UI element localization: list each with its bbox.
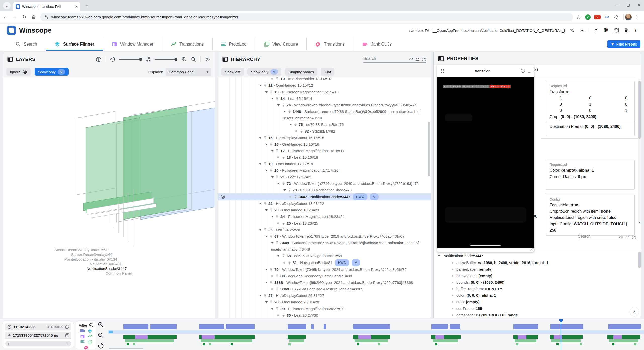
hierarchy-node-3368[interactable]: 3368 - WindowToken{f6b2f60 type=2024 and… — [218, 279, 431, 286]
trace-tick[interactable] — [127, 343, 129, 345]
expand-arrow-icon[interactable] — [271, 308, 274, 310]
extension-badge-green-icon[interactable]: ✓ — [584, 13, 592, 21]
hierarchy-node-19[interactable]: 19 - OneHanded:17:17#19 — [218, 161, 431, 167]
hierarchy-node-25[interactable]: 25 - Leaf:18:23#25 — [218, 220, 431, 227]
timeline-zoom-strip[interactable] — [108, 330, 644, 334]
hierarchy-node-3369[interactable]: 3369 - 67726bf EdgeBackGestureHandler0#3… — [218, 286, 431, 292]
address-bar[interactable]: winscope.teams.x20web.corp.google.com/pr… — [40, 13, 573, 21]
show-diff-toggle[interactable]: Show diff — [221, 68, 244, 76]
expand-arrow-icon[interactable] — [265, 144, 268, 145]
extensions-puzzle-icon[interactable] — [612, 13, 621, 21]
trace-entry-bar[interactable] — [550, 324, 583, 329]
3d-cube-icon[interactable] — [96, 56, 102, 62]
hierarchy-node-28[interactable]: 28 - OneHanded:26:31#28 — [218, 299, 431, 305]
expand-arrow-icon[interactable] — [265, 301, 268, 303]
trace-entry-bar[interactable] — [324, 324, 326, 329]
show-only-v-toggle[interactable]: Show only V — [35, 68, 69, 76]
trace-entry-bar[interactable] — [123, 335, 177, 339]
trace-entry-bar[interactable] — [135, 335, 148, 339]
hierarchy-node-21[interactable]: 21 - Leaf:17:17#21 — [218, 174, 431, 180]
zoom-out-icon[interactable] — [191, 57, 196, 62]
browser-menu-icon[interactable]: ⋮ — [633, 13, 641, 21]
trace-entry-bar[interactable] — [288, 324, 306, 329]
scroll-top-button[interactable]: ∧ — [630, 307, 639, 316]
hierarchy-node-20[interactable]: 20 - FullscreenMagnification:17:17#20 — [218, 167, 431, 174]
expand-arrow-icon[interactable] — [277, 255, 280, 257]
layers-3d-canvas[interactable]: ScreenDecorOverlayBottom#61 ScreenDecorO… — [3, 77, 215, 318]
transition-overlay-card[interactable]: transition ⓘ _ P: 0 / 1dX: 0.0dY: 0.0Xv:… — [437, 65, 534, 252]
trace-entry-bar[interactable] — [518, 335, 526, 339]
trace-entry-bar[interactable] — [551, 339, 581, 342]
layer-label[interactable]: NavigationBar0#81 — [3, 262, 122, 266]
expand-arrow-icon[interactable] — [277, 104, 280, 106]
tab-window-manager[interactable]: Window Manager — [103, 38, 162, 51]
transition-card-header[interactable]: transition ⓘ _ — [437, 65, 534, 77]
expand-arrow-icon[interactable] — [265, 282, 268, 283]
hierarchy-node-3448[interactable]: 3448 - Surface(name=ed70f88 StatusBar)/@… — [218, 108, 431, 121]
displays-select[interactable]: Common Panel ▾ — [166, 68, 211, 76]
shortcuts-icon[interactable]: ⌘ — [603, 27, 609, 34]
expand-arrow-icon[interactable] — [259, 203, 262, 204]
window-maximize-button[interactable]: ▢ — [627, 3, 630, 7]
trace-entry-bar[interactable] — [515, 339, 536, 342]
tab-jank-cujs[interactable]: Jank CUJs — [353, 38, 400, 51]
expand-arrow-icon[interactable] — [271, 216, 274, 217]
expand-arrow-icon[interactable] — [259, 137, 262, 139]
spacing-slider[interactable] — [155, 58, 177, 61]
expand-arrow-icon[interactable] — [289, 124, 292, 125]
minimize-icon[interactable]: _ — [528, 69, 530, 73]
properties-tree-root[interactable]: NotificationShade#3447 — [434, 252, 641, 259]
trace-entry-bar[interactable] — [358, 335, 371, 339]
property-node[interactable]: barrierLayer: [empty] — [434, 266, 641, 273]
tracks-h-scrollbar[interactable] — [109, 348, 143, 349]
expand-arrow-icon[interactable] — [265, 269, 268, 270]
hierarchy-node-27[interactable]: 27 - HideDisplayCutout:26:31#27 — [218, 292, 431, 299]
trace-tick[interactable] — [203, 343, 205, 345]
trace-entry-bar[interactable] — [150, 324, 177, 329]
expand-arrow-icon[interactable] — [259, 163, 262, 165]
hierarchy-node-26[interactable]: 26 - Leaf:24:25#26 — [218, 227, 431, 233]
tab-protolog[interactable]: ProtoLog — [212, 38, 255, 51]
visibility-eye-icon[interactable] — [220, 194, 225, 199]
trace-entry-bar[interactable] — [311, 324, 314, 329]
trace-entry-bar[interactable] — [289, 339, 304, 342]
property-node[interactable]: color: (0, 0, 0), alpha: 1 — [434, 292, 641, 299]
timeline-cursor[interactable] — [561, 320, 561, 350]
new-tab-button[interactable]: + — [83, 2, 91, 10]
scroll-down-icon[interactable]: ▼ — [638, 221, 641, 224]
regex-icon[interactable]: (.*) — [632, 235, 636, 239]
whole-word-icon[interactable]: ab — [626, 235, 629, 239]
trace-entry-bar[interactable] — [433, 339, 458, 342]
trace-tick[interactable] — [288, 343, 291, 345]
trace-entry-bar[interactable] — [288, 335, 306, 339]
hierarchy-node-22[interactable]: 22 - HideDisplayCutout:18:23#22 — [218, 200, 431, 207]
property-node[interactable]: dataspace: BT709 sRGB Full range — [434, 312, 641, 318]
bookmark-star-icon[interactable]: ☆ — [574, 13, 583, 21]
hierarchy-node-72[interactable]: 72 - WindowToken{a2746de type=2040 andro… — [218, 180, 431, 187]
trace-entry-bar[interactable] — [199, 324, 224, 329]
tab-transitions[interactable]: Transitions — [306, 38, 353, 51]
expand-arrow-icon[interactable] — [271, 242, 274, 244]
trace-entry-bar[interactable] — [435, 335, 444, 339]
layer-label[interactable]: ScreenDecorOverlayBottom#61 — [3, 248, 108, 252]
scissors-extension-icon[interactable]: ✂ — [603, 13, 611, 21]
properties-scrollbar-thumb[interactable] — [638, 81, 641, 139]
hierarchy-search[interactable]: Search Aa ab (.*) — [363, 56, 426, 63]
simplify-names-toggle[interactable]: Simplify names — [285, 68, 318, 76]
match-case-icon[interactable]: Aa — [619, 235, 623, 239]
expand-arrow-icon[interactable] — [438, 255, 440, 257]
hierarchy-scrollbar[interactable] — [428, 122, 430, 176]
property-node[interactable]: bounds: (0, 0) - (1080, 2400) — [434, 279, 641, 286]
expand-arrow-icon[interactable] — [259, 229, 262, 231]
trace-entry-bar[interactable] — [125, 339, 174, 342]
trace-tick[interactable] — [231, 343, 233, 345]
panel-collapse-icon[interactable] — [222, 57, 228, 62]
hierarchy-node-13[interactable]: 13 - FullscreenMagnification:15:15#13 — [218, 89, 431, 95]
trace-entry-bar[interactable] — [513, 324, 538, 329]
hierarchy-node-17[interactable]: 17 - FullscreenMagnification:16:16#17 — [218, 148, 431, 154]
trace-entry-bar[interactable] — [202, 335, 215, 339]
trace-entry-bar[interactable] — [607, 335, 640, 339]
extension-badge-red-icon[interactable]: » — [593, 13, 602, 21]
tab-close-icon[interactable]: ✕ — [75, 5, 78, 9]
regex-icon[interactable]: (.*) — [422, 57, 426, 61]
